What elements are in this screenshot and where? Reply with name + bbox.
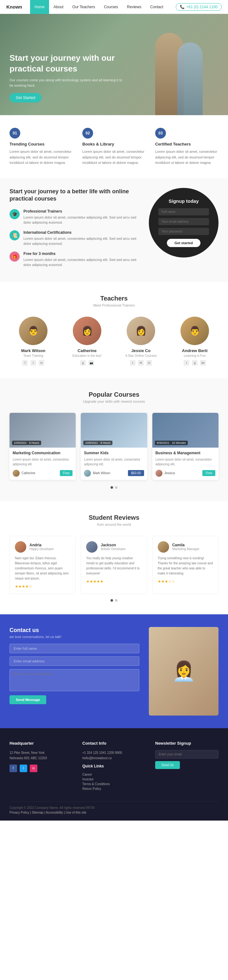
nav-link-contact[interactable]: Contact <box>146 0 167 14</box>
reviewer-1: Andria Happy Developer <box>15 541 70 553</box>
course-3-thumbnail: 9/30/2021 10 Minutes <box>152 413 218 448</box>
course-3-price[interactable]: Free <box>202 470 215 476</box>
nav-link-about[interactable]: About <box>49 0 68 14</box>
teacher-3-email-icon[interactable]: ✉ <box>138 360 144 366</box>
teacher-4-avatar: 👨 <box>180 317 209 345</box>
reviewer-1-name: Andria <box>29 543 54 547</box>
courses-section: Popular Courses Upgrade your skills with… <box>0 378 228 501</box>
teacher-3: 👩 Jessie Co 4-Star Online Courses t ✉ in <box>117 317 165 366</box>
reviews-dot-2[interactable] <box>115 599 118 602</box>
course-3-footer: Jessica Free <box>155 470 215 477</box>
teacher-2-instagram-icon[interactable]: 📷 <box>88 360 94 366</box>
teacher-3-linkedin-icon[interactable]: in <box>146 360 152 366</box>
teachers-title: Teachers <box>10 295 218 302</box>
journey-icon-1: 🎓 <box>10 209 20 219</box>
footer-link-terms[interactable]: Terms & Conditions <box>82 782 146 786</box>
course-3-hours: 10 Minutes <box>172 441 186 444</box>
nav-phone[interactable]: 📞 +61 (0) 2144 1100 <box>176 3 222 11</box>
footer-newsletter-input[interactable] <box>155 750 218 759</box>
footer-link-career[interactable]: Career <box>82 773 146 776</box>
course-3: 9/30/2021 10 Minutes Business & Manageme… <box>152 413 218 480</box>
contact-message-input[interactable] <box>10 669 139 691</box>
teacher-3-avatar: 👩 <box>127 317 155 345</box>
footer-facebook-icon[interactable]: f <box>10 765 17 772</box>
teacher-4-google-icon[interactable]: g <box>192 360 198 366</box>
journey-icon-3: 🎁 <box>10 251 20 262</box>
signup-email-input[interactable] <box>158 218 209 225</box>
teacher-1: 👨 Mark Wilson Team Training f t in <box>10 317 57 366</box>
feature-2-desc: Lorem ipsum dolor sit amet, consectetur … <box>82 149 146 166</box>
teacher-2-google-icon[interactable]: g <box>80 360 86 366</box>
footer-hq-col: Headquarter 12 Pike Street, New YorkNebr… <box>10 741 73 792</box>
nav-link-courses[interactable]: Courses <box>99 0 123 14</box>
teacher-1-avatar: 👨 <box>19 317 48 345</box>
course-3-desc: Lorem ipsum dolor sit amet, consectetur … <box>155 457 215 466</box>
teacher-4-twitter-icon[interactable]: t <box>184 360 190 366</box>
nav-link-reviews[interactable]: Reviews <box>123 0 146 14</box>
reviews-section: Student Reviews from around the world An… <box>0 501 228 614</box>
nav-link-home[interactable]: Home <box>30 0 49 14</box>
course-2-desc: Lorem ipsum dolor sit amet, consectetur … <box>84 457 144 466</box>
teachers-subtitle: Meet Professional Trainers <box>10 303 218 307</box>
journey-item-3: 🎁 Free for 3 months Lorem ipsum dolor si… <box>10 251 139 267</box>
feature-3-number: 03 <box>155 128 166 138</box>
reviews-subtitle: from around the world <box>10 523 218 527</box>
journey-content: Start your journey to a better life with… <box>10 188 139 273</box>
footer-hq-socials: f t in <box>10 765 73 772</box>
course-2-badge: 10/8/2021 8 Hours <box>83 441 112 445</box>
journey-item-1-desc: Lorem ipsum dolor sit amet, consectetur … <box>24 215 139 225</box>
hero-cta-button[interactable]: Get Started <box>10 93 41 102</box>
nav-logo[interactable]: Known <box>6 4 22 10</box>
signup-submit-button[interactable]: Get started <box>167 239 201 247</box>
reviewer-2-role: Artistic Developer <box>101 547 125 551</box>
footer-link-returns[interactable]: Return Policy <box>82 787 146 791</box>
contact-send-button[interactable]: Send Message <box>10 695 46 704</box>
course-1-badge: 10/9/2021 6 Hours <box>12 441 41 445</box>
signup-password-input[interactable] <box>158 228 209 235</box>
course-3-author-name: Jessica <box>164 471 175 475</box>
journey-section: Start your journey to a better life with… <box>0 178 228 282</box>
teacher-1-instagram-icon[interactable]: in <box>38 360 44 366</box>
course-1-author-avatar <box>13 470 20 477</box>
navigation: Known Home About Our Teachers Courses Re… <box>0 0 228 14</box>
feature-1-title: Trending Courses <box>10 142 73 146</box>
teacher-3-twitter-icon[interactable]: t <box>130 360 136 366</box>
footer-link-investor[interactable]: Investor <box>82 778 146 781</box>
reviewer-2-info: Jackson Artistic Developer <box>101 543 125 551</box>
course-2-hours: 8 Hours <box>100 441 110 444</box>
footer-contact-title: Contact Info <box>82 741 146 746</box>
teacher-1-twitter-icon[interactable]: t <box>30 360 36 366</box>
contact-name-input[interactable] <box>10 644 139 653</box>
teacher-1-facebook-icon[interactable]: f <box>22 360 28 366</box>
reviewer-3-avatar <box>158 541 169 553</box>
pagination-dot-1[interactable] <box>110 486 113 489</box>
teacher-1-socials: f t in <box>10 360 57 366</box>
course-1-desc: Lorem ipsum dolor sit amet, consectetur … <box>13 457 73 466</box>
teacher-4-name: Andrew Berti <box>171 348 218 353</box>
pagination-dot-2[interactable] <box>115 486 118 489</box>
course-1-price[interactable]: Free <box>60 470 73 476</box>
course-2-price[interactable]: $60.00 <box>128 470 144 476</box>
person-2 <box>177 42 202 115</box>
course-3-title: Business & Management <box>155 451 215 455</box>
footer-newsletter-button[interactable]: Send Us <box>155 761 180 769</box>
courses-grid: 10/9/2021 6 Hours Marketing Communicatio… <box>10 413 218 480</box>
teacher-4-behance-icon[interactable]: be <box>200 360 206 366</box>
footer-instagram-icon[interactable]: in <box>30 765 37 772</box>
contact-email-input[interactable] <box>10 656 139 666</box>
signup-name-input[interactable] <box>158 208 209 215</box>
teachers-section: Teachers Meet Professional Trainers 👨 Ma… <box>0 282 228 378</box>
review-1: Andria Happy Developer Nam eget dui. Eti… <box>10 536 76 594</box>
footer-grid: Headquarter 12 Pike Street, New YorkNebr… <box>10 741 218 792</box>
review-2-text: You really do help young creative minds … <box>86 556 142 576</box>
review-3-text: Trying something new is exciting! Thanks… <box>158 556 213 576</box>
reviewer-2-name: Jackson <box>101 543 125 547</box>
course-2-thumbnail: 10/8/2021 8 Hours <box>81 413 147 448</box>
footer-twitter-icon[interactable]: t <box>20 765 27 772</box>
nav-link-teachers[interactable]: Our Teachers <box>68 0 99 14</box>
reviewer-3: Camila Marketing Manager <box>158 541 213 553</box>
journey-item-3-text: Free for 3 months Lorem ipsum dolor sit … <box>24 251 139 267</box>
reviews-dot-1[interactable] <box>110 599 113 602</box>
feature-2-number: 02 <box>82 128 93 138</box>
feature-1-desc: Lorem ipsum dolor sit amet, consectetur … <box>10 149 73 166</box>
